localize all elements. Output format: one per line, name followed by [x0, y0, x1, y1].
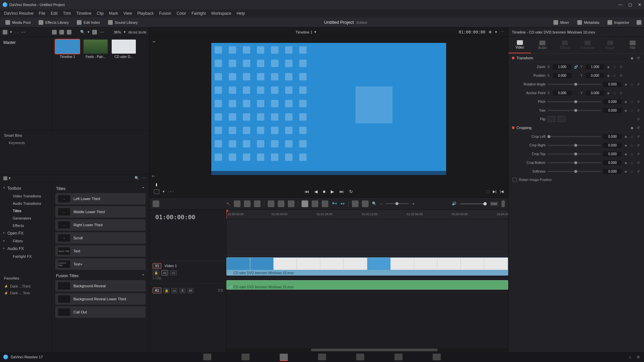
prev-edit-icon[interactable]: |◀ [500, 189, 503, 194]
deliver-page-button[interactable] [433, 354, 441, 360]
keyframe-icon[interactable]: ◆ [624, 82, 628, 86]
yaw-slider[interactable] [547, 110, 601, 111]
bin-list-icon[interactable] [3, 30, 7, 35]
record-timecode[interactable]: 01:00:00:00 [459, 30, 485, 35]
options-icon[interactable]: ⋯ [21, 29, 25, 35]
a1-badge[interactable]: A1 [153, 288, 161, 293]
fairlight-page-button[interactable] [394, 354, 402, 360]
flip-h-button[interactable] [547, 116, 555, 122]
nav-generators[interactable]: Generators [0, 215, 52, 222]
tab-transition[interactable]: Transition [576, 37, 599, 53]
chevron-down-icon[interactable]: ▾ [10, 30, 12, 34]
softness-field[interactable]: 0.000 [603, 169, 622, 174]
stop-button[interactable]: ■ [323, 189, 326, 194]
menu-fairlight[interactable]: Fairlight [192, 11, 206, 16]
meters-icon[interactable] [501, 200, 505, 207]
track-lock-icon[interactable]: 🔒 [153, 270, 159, 276]
playhead[interactable] [226, 210, 227, 219]
menu-trim[interactable]: Trim [63, 11, 71, 16]
last-frame-button[interactable]: ⏭ [339, 189, 344, 194]
keyframe-icon[interactable]: ◆ [624, 152, 628, 156]
zoom-fit-icon[interactable] [362, 200, 369, 207]
fusion-page-button[interactable] [318, 354, 326, 360]
reset-icon[interactable]: ↺ [636, 170, 641, 173]
timeline-name[interactable]: Timeline 1 [296, 30, 312, 34]
blade-tool-icon[interactable] [254, 200, 261, 207]
fx-options-icon[interactable]: ⋯ [142, 176, 146, 180]
tab-image[interactable]: Image [599, 37, 621, 53]
audio-track-header[interactable]: A1 🔒 ▭ S M 2.0 [149, 284, 226, 297]
reset-icon[interactable]: ↺ [636, 135, 641, 138]
first-frame-button[interactable]: ⏮ [305, 189, 309, 194]
keyframe-icon[interactable]: ◆ [606, 91, 610, 95]
menu-help[interactable]: Help [236, 11, 245, 16]
menu-clip[interactable]: Clip [97, 11, 104, 16]
mute-icon[interactable]: 🔊 [452, 201, 457, 206]
insert-icon[interactable] [268, 200, 274, 207]
zoom-out-icon[interactable]: − [380, 202, 382, 206]
menu-workspace[interactable]: Workspace [211, 11, 231, 16]
menu-mark[interactable]: Mark [109, 11, 118, 16]
snap-icon[interactable] [302, 200, 308, 207]
viewer-options-icon[interactable]: ⋯ [500, 30, 504, 34]
menu-file[interactable]: File [39, 11, 45, 16]
edit-page-button[interactable] [280, 354, 288, 360]
title-call-out[interactable]: Call Out [55, 306, 146, 318]
media-page-button[interactable] [203, 354, 211, 360]
timeline-ruler[interactable]: 01:00:00:00 01:00:44:00 01:01:28:00 01:0… [226, 210, 508, 219]
overwrite-icon[interactable] [278, 200, 284, 207]
collapse-viewer-icon[interactable]: ⇤ [152, 174, 155, 178]
home-icon[interactable]: ⌂ [629, 355, 631, 359]
track-disable-icon[interactable]: ▭ [170, 270, 177, 276]
master-bin[interactable]: Master [3, 39, 48, 46]
menu-timeline[interactable]: Timeline [76, 11, 91, 16]
metadata-toggle[interactable]: Metadata [575, 19, 602, 26]
tab-effects[interactable]: Effects [554, 37, 576, 53]
play-button[interactable]: ▶ [331, 189, 334, 194]
keyframe-icon[interactable]: ◆ [631, 126, 635, 130]
match-frame-icon[interactable]: ⬚ [486, 189, 489, 194]
expand-button[interactable] [637, 20, 641, 25]
edit-index-toggle[interactable]: Edit Index [74, 19, 103, 26]
timeline-scrollbar[interactable] [226, 348, 508, 352]
zoom-in-icon[interactable]: + [412, 202, 414, 206]
nav-openfx[interactable]: Open FX [0, 229, 52, 237]
title-background-reveal[interactable]: Background Reveal [55, 280, 146, 292]
title-scroll[interactable]: ≡Scroll [55, 232, 146, 244]
keyframe-icon[interactable]: ◆ [606, 65, 610, 69]
clip-cd-dvd[interactable]: CD oder D... [111, 40, 137, 59]
transform-section-header[interactable]: Transform◆↺ [508, 54, 644, 62]
next-edit-icon[interactable]: ▶| [493, 189, 496, 194]
track-auto-select-icon[interactable]: ▭ [161, 270, 168, 276]
viewer-scrubber[interactable] [156, 181, 501, 186]
pitch-slider[interactable] [547, 101, 601, 102]
favorite-item[interactable]: Dark ... Text [0, 290, 52, 296]
tab-audio[interactable]: Audio [531, 37, 553, 53]
menu-color[interactable]: Color [176, 11, 186, 16]
favorite-item[interactable]: Dark ...Third [0, 283, 52, 290]
tab-file[interactable]: File [622, 37, 644, 53]
search-timeline-icon[interactable] [352, 200, 359, 207]
tab-video[interactable]: Video [508, 37, 531, 53]
keyframe-icon[interactable]: ◆ [624, 100, 628, 104]
v1-badge[interactable]: V1 [153, 263, 161, 269]
reset-icon[interactable]: ↺ [636, 117, 641, 121]
effects-library-toggle[interactable]: Effects Library [36, 19, 71, 26]
nav-audio-transitions[interactable]: Audio Transitions [0, 200, 52, 207]
rotation-slider[interactable] [547, 84, 601, 85]
nav-toolbox[interactable]: Toolbox [0, 184, 52, 192]
menu-view[interactable]: View [123, 11, 132, 16]
zoom-x-field[interactable]: 1.000 [553, 64, 572, 69]
anchor-x-field[interactable]: 0.000 [553, 90, 572, 96]
nav-titles[interactable]: Titles [0, 207, 52, 215]
nav-video-transitions[interactable]: Video Transitions [0, 192, 52, 200]
crop-right-slider[interactable] [547, 145, 601, 146]
title-text-plus[interactable]: Custom TitleText+ [55, 258, 146, 270]
minimize-button[interactable]: — [618, 2, 622, 7]
crop-top-field[interactable]: 0.000 [603, 152, 622, 157]
view-thumb-icon[interactable] [52, 30, 57, 35]
pos-x-field[interactable]: 0.000 [553, 73, 572, 78]
retain-image-position-checkbox[interactable]: Retain Image Position [508, 176, 644, 184]
link-icon[interactable]: 🔗 [574, 65, 578, 69]
timeline-tracks[interactable]: 01:00:00:00 01:00:44:00 01:01:28:00 01:0… [226, 210, 508, 352]
